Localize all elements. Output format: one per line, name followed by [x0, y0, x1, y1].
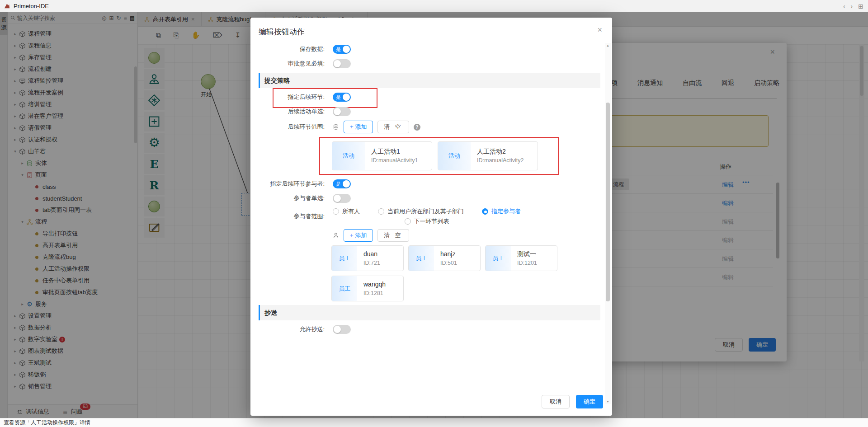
- approval-comment-label: 审批意见必填:: [257, 60, 325, 68]
- participant-single-select-toggle[interactable]: 是: [333, 194, 351, 203]
- status-text: 查看资源「人工活动操作权限」详情: [4, 419, 90, 427]
- submit-policy-section-header: 提交策略: [259, 73, 600, 88]
- app-title: Primeton-IDE: [14, 3, 49, 9]
- status-bar: 查看资源「人工活动操作权限」详情: [0, 418, 868, 427]
- next-step-scope-row: 后续环节范围: + 添加 清 空 ?: [257, 121, 603, 133]
- scroll-down-icon[interactable]: ▼: [605, 400, 611, 403]
- specify-next-step-label: 指定后续环节:: [257, 93, 325, 101]
- employee-tag: 员工: [486, 246, 511, 271]
- radio-current-department[interactable]: 当前用户所在部门及其子部门: [378, 207, 464, 216]
- employee-tag: 员工: [332, 276, 357, 301]
- employee-card[interactable]: 员工duanID:721: [331, 245, 404, 271]
- cc-section-header: 抄送: [259, 305, 600, 320]
- edit-button-action-dialog: 编辑按钮动作 × 保存数据: 是 审批意见必填: 是 提交策略 指定后续环节: …: [250, 18, 612, 416]
- specify-participants-row: 指定后续环节参与者: 是: [257, 178, 603, 189]
- employee-name: hanjz: [440, 249, 457, 259]
- next-step-scope-label: 后续环节范围:: [257, 123, 325, 131]
- next-single-select-toggle[interactable]: 是: [333, 107, 351, 116]
- employee-card[interactable]: 员工wangqhID:1281: [331, 276, 404, 301]
- nav-forward-icon[interactable]: ›: [851, 3, 853, 10]
- participant-add-row: + 添加 清 空: [257, 229, 603, 242]
- employee-id: ID:721: [363, 259, 380, 267]
- window-controls: ‹ › ⊞: [843, 0, 863, 12]
- cancel-button[interactable]: 取消: [542, 395, 570, 408]
- activity-name: 人工活动2: [477, 147, 524, 156]
- layout-icon[interactable]: ⊞: [858, 3, 863, 10]
- activity-card[interactable]: 活动人工活动1ID:manualActivity1: [332, 141, 432, 170]
- specify-next-step-toggle[interactable]: 是: [333, 93, 351, 102]
- radio-specified-participants[interactable]: 指定参与者: [482, 207, 521, 216]
- employee-name: 测试一: [517, 249, 537, 259]
- save-data-row: 保存数据: 是: [257, 44, 603, 55]
- approval-comment-toggle[interactable]: 是: [333, 59, 351, 68]
- employee-id: ID:501: [440, 259, 457, 267]
- dialog-scrollbar[interactable]: ▲ ▼: [605, 43, 611, 404]
- employee-name: duan: [363, 249, 380, 259]
- app-logo-icon: [4, 3, 10, 9]
- close-icon[interactable]: ×: [597, 25, 602, 35]
- add-activity-button[interactable]: + 添加: [344, 121, 373, 133]
- allow-cc-row: 允许抄送: 是: [257, 324, 603, 335]
- next-single-select-label: 后续活动单选:: [257, 108, 325, 116]
- radio-all-users[interactable]: 所有人: [333, 207, 360, 216]
- nav-back-icon[interactable]: ‹: [843, 3, 845, 10]
- dialog-footer: 取消 确定: [542, 395, 603, 408]
- employee-card[interactable]: 员工hanjzID:501: [408, 245, 481, 271]
- employee-name: wangqh: [363, 280, 386, 289]
- specify-participants-label: 指定后续环节参与者:: [257, 180, 325, 188]
- dialog-body: 保存数据: 是 审批意见必填: 是 提交策略 指定后续环节: 是 后续活动单选:…: [250, 40, 603, 388]
- activity-tag: 活动: [438, 142, 471, 170]
- employee-tag: 员工: [409, 246, 434, 271]
- clear-activities-button[interactable]: 清 空: [377, 121, 409, 133]
- clear-participants-button[interactable]: 清 空: [377, 229, 409, 242]
- dialog-title: 编辑按钮动作: [259, 27, 305, 37]
- window-titlebar: Primeton-IDE ‹ › ⊞: [0, 0, 868, 12]
- specify-participants-toggle[interactable]: 是: [333, 179, 351, 188]
- activity-tag: 活动: [332, 142, 365, 170]
- radio-next-step-list[interactable]: 下一环节列表: [405, 217, 449, 225]
- help-icon[interactable]: ?: [414, 124, 420, 131]
- save-data-label: 保存数据:: [257, 45, 325, 53]
- specify-next-step-row: 指定后续环节: 是: [257, 92, 603, 103]
- participant-single-select-label: 参与者单选:: [257, 194, 325, 202]
- ok-button[interactable]: 确定: [576, 395, 603, 408]
- selected-participants-group: 员工duanID:721员工hanjzID:501员工测试一ID:1201员工w…: [331, 245, 571, 301]
- scrollbar-thumb[interactable]: [606, 103, 610, 301]
- employee-id: ID:1201: [517, 259, 537, 267]
- activity-name: 人工活动1: [371, 147, 418, 156]
- allow-cc-label: 允许抄送:: [257, 325, 325, 333]
- participant-scope-label: 参与者范围:: [257, 212, 325, 221]
- person-icon: [333, 232, 339, 239]
- activity-id: ID:manualActivity2: [477, 156, 524, 165]
- participant-scope-row: 参与者范围: 所有人 当前用户所在部门及其子部门 指定参与者 下一环节列表: [257, 207, 603, 225]
- add-participant-button[interactable]: + 添加: [344, 229, 373, 242]
- activity-id: ID:manualActivity1: [371, 156, 418, 165]
- activity-card[interactable]: 活动人工活动2ID:manualActivity2: [438, 141, 538, 170]
- selected-activities-group: 活动人工活动1ID:manualActivity1活动人工活动2ID:manua…: [319, 137, 559, 175]
- primeton-ide-window: Primeton-IDE ‹ › ⊞ 资源 ◎⊞↻≡▤ ▸课程管理▸课程信息▸库…: [0, 0, 868, 427]
- employee-card[interactable]: 员工测试一ID:1201: [485, 245, 557, 271]
- database-icon: [333, 124, 339, 130]
- allow-cc-toggle[interactable]: 是: [333, 325, 351, 334]
- employee-id: ID:1281: [363, 289, 386, 298]
- save-data-toggle[interactable]: 是: [333, 45, 351, 54]
- approval-comment-row: 审批意见必填: 是: [257, 58, 603, 69]
- employee-tag: 员工: [332, 246, 357, 271]
- participant-single-select-row: 参与者单选: 是: [257, 193, 603, 204]
- scroll-up-icon[interactable]: ▲: [605, 44, 611, 47]
